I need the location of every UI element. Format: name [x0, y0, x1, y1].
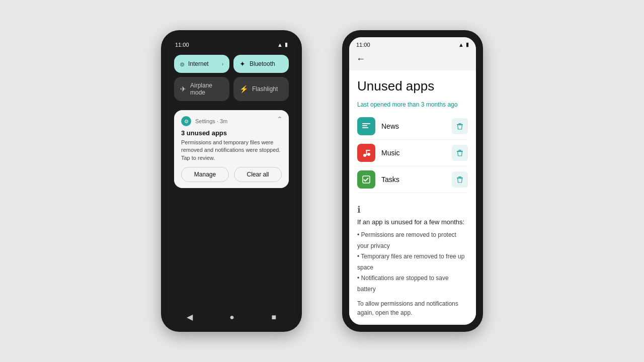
tasks-app-name: Tasks	[381, 175, 452, 184]
tasks-app-icon	[357, 170, 375, 189]
back-button[interactable]: ←	[354, 52, 367, 66]
svg-rect-13	[458, 176, 461, 177]
airplane-tile-icon: ✈	[180, 85, 186, 93]
unused-apps-screen: 11:00 ▲ ▮ ← Unused apps Last opened more…	[349, 37, 476, 325]
section-label: Last opened more than 3 months ago	[357, 101, 468, 108]
recents-nav-1[interactable]: ■	[272, 313, 277, 322]
tile-flashlight-label: Flashlight	[252, 85, 283, 93]
info-header: If an app is unused for a few months:	[357, 218, 468, 226]
back-nav-1[interactable]: ◀	[187, 312, 193, 322]
svg-point-5	[363, 154, 366, 157]
news-app-icon	[357, 117, 375, 135]
wifi-icon-1: ▲	[277, 42, 283, 48]
page-title: Unused apps	[357, 78, 468, 94]
phone-2-screen: 11:00 ▲ ▮ ← Unused apps Last opened more…	[349, 37, 476, 325]
delete-news-button[interactable]	[452, 118, 468, 134]
quick-settings-screen: 11:00 ▲ ▮ ⌾ Internet › ✦ Bluetooth	[168, 37, 295, 325]
info-section: ℹ If an app is unused for a few months: …	[357, 200, 468, 317]
clear-all-button[interactable]: Clear all	[234, 167, 282, 182]
battery-icon-1: ▮	[285, 41, 288, 48]
news-app-name: News	[381, 122, 452, 130]
time-2: 11:00	[356, 42, 370, 48]
nav-bar-1: ◀ ● ■	[168, 307, 295, 325]
info-bullet-2: • Temporary files are removed to free up…	[357, 251, 468, 273]
tile-flashlight[interactable]: ⚡ Flashlight	[233, 77, 289, 101]
svg-rect-2	[362, 127, 368, 128]
notif-title: 3 unused apps	[181, 129, 282, 137]
bluetooth-tile-icon: ✦	[239, 60, 246, 68]
music-app-name: Music	[381, 149, 452, 157]
app-row-news: News	[357, 113, 468, 140]
status-icons-1: ▲ ▮	[277, 41, 288, 48]
tile-bluetooth-label: Bluetooth	[250, 60, 283, 67]
battery-icon-2: ▮	[466, 41, 469, 48]
notif-body: Permissions and temporary files were rem…	[181, 139, 282, 162]
info-bullets: • Permissions are removed to protect you…	[357, 230, 468, 295]
chevron-right-icon: ›	[222, 61, 223, 67]
tile-internet-label: Internet	[188, 60, 218, 67]
app-list: News	[357, 113, 468, 193]
quick-tiles: ⌾ Internet › ✦ Bluetooth ✈ Airplane mode…	[168, 50, 295, 106]
status-icons-2: ▲ ▮	[458, 41, 469, 48]
status-bar-2: 11:00 ▲ ▮	[349, 37, 476, 50]
nav-bar-2: ◀ ● ■	[349, 323, 476, 325]
notification-card[interactable]: ⚙ Settings · 3m ⌃ 3 unused apps Permissi…	[174, 110, 289, 188]
svg-point-6	[367, 153, 370, 156]
wifi-tile-icon: ⌾	[180, 60, 184, 68]
time-1: 11:00	[175, 42, 189, 48]
phone-1: 11:00 ▲ ▮ ⌾ Internet › ✦ Bluetooth	[161, 30, 302, 332]
tile-airplane-label: Airplane mode	[190, 82, 223, 96]
svg-rect-10	[458, 150, 461, 151]
svg-rect-0	[362, 123, 370, 124]
tile-bluetooth[interactable]: ✦ Bluetooth	[233, 55, 289, 73]
delete-music-button[interactable]	[452, 145, 468, 161]
tile-internet[interactable]: ⌾ Internet ›	[174, 55, 229, 73]
notif-app-name: Settings · 3m	[195, 118, 227, 124]
info-bullet-3: • Notifications are stopped to save batt…	[357, 273, 468, 295]
settings-app-icon: ⚙	[181, 116, 191, 126]
svg-rect-1	[362, 125, 367, 126]
tile-airplane[interactable]: ✈ Airplane mode	[174, 77, 229, 101]
app-row-tasks: Tasks	[357, 166, 468, 193]
status-bar-1: 11:00 ▲ ▮	[168, 37, 295, 50]
delete-tasks-button[interactable]	[452, 171, 468, 188]
ua-toolbar: ←	[349, 50, 476, 70]
manage-button[interactable]: Manage	[181, 167, 229, 182]
music-app-icon	[357, 144, 375, 162]
svg-rect-4	[458, 123, 461, 124]
phone-1-screen: 11:00 ▲ ▮ ⌾ Internet › ✦ Bluetooth	[168, 37, 295, 325]
info-icon: ℹ	[357, 204, 468, 215]
ua-content: Unused apps Last opened more than 3 mont…	[349, 70, 476, 323]
app-row-music: Music	[357, 140, 468, 166]
info-footer: To allow permissions and notifications a…	[357, 299, 468, 317]
home-nav-1[interactable]: ●	[229, 313, 234, 322]
info-bullet-1: • Permissions are removed to protect you…	[357, 230, 468, 251]
phone-2: 11:00 ▲ ▮ ← Unused apps Last opened more…	[342, 30, 483, 332]
collapse-icon[interactable]: ⌃	[277, 115, 283, 123]
svg-rect-8	[366, 150, 370, 151]
notification-area: ⚙ Settings · 3m ⌃ 3 unused apps Permissi…	[168, 106, 295, 307]
flashlight-tile-icon: ⚡	[239, 85, 248, 93]
notif-actions: Manage Clear all	[181, 167, 282, 182]
notif-header: ⚙ Settings · 3m	[181, 116, 282, 126]
wifi-icon-2: ▲	[458, 42, 464, 48]
